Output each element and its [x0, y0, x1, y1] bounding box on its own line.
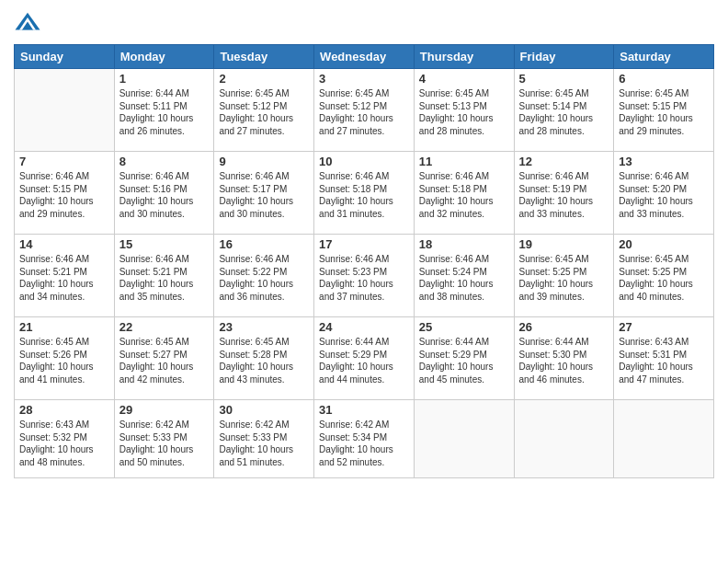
calendar-cell: 30Sunrise: 6:42 AM Sunset: 5:33 PM Dayli…	[214, 400, 314, 478]
calendar-cell: 15Sunrise: 6:46 AM Sunset: 5:21 PM Dayli…	[114, 235, 214, 317]
day-number: 1	[119, 72, 210, 86]
calendar-cell: 5Sunrise: 6:45 AM Sunset: 5:14 PM Daylig…	[514, 69, 614, 152]
day-number: 9	[219, 155, 309, 168]
calendar-cell: 29Sunrise: 6:42 AM Sunset: 5:33 PM Dayli…	[114, 400, 214, 478]
day-number: 14	[19, 237, 109, 251]
day-number: 22	[119, 320, 210, 334]
calendar-cell: 12Sunrise: 6:46 AM Sunset: 5:19 PM Dayli…	[514, 152, 614, 235]
calendar-cell: 14Sunrise: 6:46 AM Sunset: 5:21 PM Dayli…	[15, 235, 115, 317]
cell-info: Sunrise: 6:45 AM Sunset: 5:27 PM Dayligh…	[119, 336, 210, 385]
logo-icon	[14, 9, 41, 37]
day-number: 12	[519, 155, 609, 168]
calendar-cell: 19Sunrise: 6:45 AM Sunset: 5:25 PM Dayli…	[514, 235, 614, 317]
day-number: 13	[619, 155, 709, 168]
day-number: 15	[119, 237, 210, 251]
cell-info: Sunrise: 6:45 AM Sunset: 5:14 PM Dayligh…	[519, 87, 609, 137]
cell-info: Sunrise: 6:46 AM Sunset: 5:17 PM Dayligh…	[219, 170, 309, 220]
day-number: 11	[419, 155, 509, 168]
day-number: 30	[219, 403, 309, 417]
day-header-row: SundayMondayTuesdayWednesdayThursdayFrid…	[15, 45, 714, 69]
calendar-cell: 3Sunrise: 6:45 AM Sunset: 5:12 PM Daylig…	[314, 69, 415, 152]
cell-info: Sunrise: 6:46 AM Sunset: 5:16 PM Dayligh…	[119, 170, 210, 220]
calendar-cell: 21Sunrise: 6:45 AM Sunset: 5:26 PM Dayli…	[15, 317, 115, 400]
cell-info: Sunrise: 6:46 AM Sunset: 5:21 PM Dayligh…	[19, 253, 109, 303]
day-number: 28	[19, 403, 109, 417]
calendar-cell: 20Sunrise: 6:45 AM Sunset: 5:25 PM Dayli…	[614, 235, 714, 317]
day-number: 29	[119, 403, 210, 417]
day-number: 27	[619, 320, 709, 334]
calendar-cell: 25Sunrise: 6:44 AM Sunset: 5:29 PM Dayli…	[414, 317, 514, 400]
day-header-sunday: Sunday	[15, 45, 115, 69]
calendar-cell: 22Sunrise: 6:45 AM Sunset: 5:27 PM Dayli…	[114, 317, 214, 400]
day-number: 4	[419, 72, 509, 86]
day-number: 23	[219, 320, 309, 334]
day-header-friday: Friday	[514, 45, 614, 69]
day-header-monday: Monday	[114, 45, 214, 69]
page: SundayMondayTuesdayWednesdayThursdayFrid…	[0, 0, 728, 563]
cell-info: Sunrise: 6:45 AM Sunset: 5:25 PM Dayligh…	[519, 253, 609, 303]
day-number: 7	[19, 155, 109, 168]
cell-info: Sunrise: 6:44 AM Sunset: 5:11 PM Dayligh…	[119, 87, 210, 137]
header	[14, 9, 714, 37]
calendar-cell: 11Sunrise: 6:46 AM Sunset: 5:18 PM Dayli…	[414, 152, 514, 235]
calendar-table: SundayMondayTuesdayWednesdayThursdayFrid…	[14, 44, 714, 478]
week-row-4: 21Sunrise: 6:45 AM Sunset: 5:26 PM Dayli…	[15, 317, 714, 400]
week-row-1: 1Sunrise: 6:44 AM Sunset: 5:11 PM Daylig…	[15, 69, 714, 152]
calendar-cell: 27Sunrise: 6:43 AM Sunset: 5:31 PM Dayli…	[614, 317, 714, 400]
day-number: 17	[319, 237, 409, 251]
week-row-2: 7Sunrise: 6:46 AM Sunset: 5:15 PM Daylig…	[15, 152, 714, 235]
calendar-cell: 2Sunrise: 6:45 AM Sunset: 5:12 PM Daylig…	[214, 69, 314, 152]
day-number: 2	[219, 72, 309, 86]
calendar-cell: 8Sunrise: 6:46 AM Sunset: 5:16 PM Daylig…	[114, 152, 214, 235]
cell-info: Sunrise: 6:46 AM Sunset: 5:15 PM Dayligh…	[19, 170, 109, 220]
day-number: 10	[319, 155, 409, 168]
day-header-saturday: Saturday	[614, 45, 714, 69]
calendar-cell: 9Sunrise: 6:46 AM Sunset: 5:17 PM Daylig…	[214, 152, 314, 235]
calendar-cell: 6Sunrise: 6:45 AM Sunset: 5:15 PM Daylig…	[614, 69, 714, 152]
week-row-5: 28Sunrise: 6:43 AM Sunset: 5:32 PM Dayli…	[15, 400, 714, 478]
day-header-wednesday: Wednesday	[314, 45, 415, 69]
day-header-tuesday: Tuesday	[214, 45, 314, 69]
cell-info: Sunrise: 6:45 AM Sunset: 5:25 PM Dayligh…	[619, 253, 709, 303]
calendar-cell	[15, 69, 115, 152]
calendar-cell	[414, 400, 514, 478]
calendar-cell: 13Sunrise: 6:46 AM Sunset: 5:20 PM Dayli…	[614, 152, 714, 235]
day-number: 5	[519, 72, 609, 86]
calendar-cell: 17Sunrise: 6:46 AM Sunset: 5:23 PM Dayli…	[314, 235, 415, 317]
day-number: 24	[319, 320, 409, 334]
calendar-cell	[614, 400, 714, 478]
calendar-cell: 18Sunrise: 6:46 AM Sunset: 5:24 PM Dayli…	[414, 235, 514, 317]
day-header-thursday: Thursday	[414, 45, 514, 69]
calendar-cell: 26Sunrise: 6:44 AM Sunset: 5:30 PM Dayli…	[514, 317, 614, 400]
cell-info: Sunrise: 6:46 AM Sunset: 5:21 PM Dayligh…	[119, 253, 210, 303]
cell-info: Sunrise: 6:45 AM Sunset: 5:26 PM Dayligh…	[19, 336, 109, 385]
cell-info: Sunrise: 6:46 AM Sunset: 5:23 PM Dayligh…	[319, 253, 409, 303]
week-row-3: 14Sunrise: 6:46 AM Sunset: 5:21 PM Dayli…	[15, 235, 714, 317]
cell-info: Sunrise: 6:44 AM Sunset: 5:29 PM Dayligh…	[319, 336, 409, 385]
day-number: 31	[319, 403, 409, 417]
day-number: 26	[519, 320, 609, 334]
calendar-cell: 23Sunrise: 6:45 AM Sunset: 5:28 PM Dayli…	[214, 317, 314, 400]
cell-info: Sunrise: 6:46 AM Sunset: 5:18 PM Dayligh…	[419, 170, 509, 220]
cell-info: Sunrise: 6:46 AM Sunset: 5:18 PM Dayligh…	[319, 170, 409, 220]
day-number: 18	[419, 237, 509, 251]
day-number: 25	[419, 320, 509, 334]
cell-info: Sunrise: 6:42 AM Sunset: 5:33 PM Dayligh…	[119, 419, 210, 468]
cell-info: Sunrise: 6:45 AM Sunset: 5:12 PM Dayligh…	[219, 87, 309, 137]
day-number: 3	[319, 72, 409, 86]
cell-info: Sunrise: 6:44 AM Sunset: 5:30 PM Dayligh…	[519, 336, 609, 385]
cell-info: Sunrise: 6:43 AM Sunset: 5:31 PM Dayligh…	[619, 336, 709, 385]
day-number: 19	[519, 237, 609, 251]
logo-area	[14, 9, 45, 37]
calendar-cell: 16Sunrise: 6:46 AM Sunset: 5:22 PM Dayli…	[214, 235, 314, 317]
day-number: 20	[619, 237, 709, 251]
day-number: 6	[619, 72, 709, 86]
cell-info: Sunrise: 6:42 AM Sunset: 5:34 PM Dayligh…	[319, 419, 409, 468]
cell-info: Sunrise: 6:46 AM Sunset: 5:24 PM Dayligh…	[419, 253, 509, 303]
calendar-cell	[514, 400, 614, 478]
calendar-cell: 31Sunrise: 6:42 AM Sunset: 5:34 PM Dayli…	[314, 400, 415, 478]
cell-info: Sunrise: 6:44 AM Sunset: 5:29 PM Dayligh…	[419, 336, 509, 385]
calendar-cell: 24Sunrise: 6:44 AM Sunset: 5:29 PM Dayli…	[314, 317, 415, 400]
calendar-cell: 7Sunrise: 6:46 AM Sunset: 5:15 PM Daylig…	[15, 152, 115, 235]
day-number: 21	[19, 320, 109, 334]
